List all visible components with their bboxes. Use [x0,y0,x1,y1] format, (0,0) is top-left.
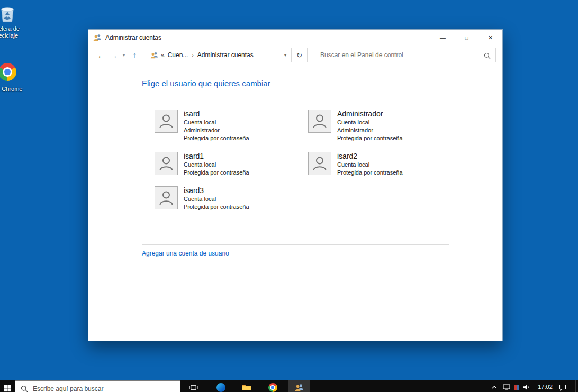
user-accounts-icon [93,33,102,42]
user-detail: Protegida por contraseña [337,134,403,142]
desktop-icon-recycle-bin[interactable]: pelera de reciclaje [0,3,28,39]
user-name: isard3 [184,186,249,195]
breadcrumb-overflow-chevron[interactable]: « [161,51,165,59]
user-tile-isard[interactable]: isard Cuenta local Administrador Protegi… [155,110,308,142]
edge-icon[interactable] [210,380,231,392]
action-center-icon[interactable] [559,380,566,392]
control-panel-search-input[interactable] [320,51,481,59]
navigation-bar: ← → ▾ ↑ « Cuen... › Administrar cuentas … [88,45,502,65]
user-tile-isard1[interactable]: isard1 Cuenta local Protegida por contra… [155,152,308,177]
control-panel-search[interactable] [315,48,496,62]
breadcrumb[interactable]: « Cuen... › Administrar cuentas ▾ [146,48,292,62]
minimize-button[interactable]: — [431,30,455,45]
tray-network-icon[interactable] [503,380,510,392]
history-dropdown-icon[interactable]: ▾ [120,53,128,58]
user-name: isard [184,110,249,118]
breadcrumb-separator-icon: › [188,52,197,58]
user-detail: Cuenta local [184,161,249,169]
user-avatar-icon [308,110,331,133]
windows-logo-icon [4,385,11,392]
user-detail: Cuenta local [337,161,403,169]
user-detail: Cuenta local [337,118,403,126]
breadcrumb-dropdown-icon[interactable]: ▾ [283,53,288,58]
recycle-bin-label-line1: pelera de [0,25,28,32]
back-button[interactable]: ← [95,51,107,60]
user-detail: Administrador [184,126,249,134]
user-detail: Protegida por contraseña [184,134,249,142]
manage-accounts-taskbar-button[interactable] [288,380,310,392]
user-tile-administrador[interactable]: Administrador Cuenta local Administrador… [308,110,444,142]
show-desktop-button[interactable] [575,380,578,392]
tray-app-icon[interactable] [513,380,520,392]
taskbar: 17:02 [0,380,578,392]
taskbar-search-input[interactable] [33,385,175,392]
up-button[interactable]: ↑ [128,51,141,59]
forward-button[interactable]: → [107,51,120,60]
desktop-icon-google-chrome[interactable]: gle Chrome [0,61,28,93]
user-avatar-icon [155,152,178,175]
user-detail: Protegida por contraseña [337,169,403,177]
user-name: isard1 [184,152,249,161]
task-view-button[interactable] [183,380,204,392]
breadcrumb-item-manage-accounts[interactable]: Administrar cuentas [197,51,254,59]
recycle-bin-icon [0,3,18,24]
breadcrumb-item-user-accounts[interactable]: Cuen... [168,51,188,59]
user-name: Administrador [337,110,403,118]
user-list: isard Cuenta local Administrador Protegi… [142,96,449,245]
window-titlebar[interactable]: Administrar cuentas — □ ✕ [88,30,502,45]
chrome-icon [0,63,18,84]
file-explorer-icon[interactable] [236,380,257,392]
search-icon [21,385,28,392]
chrome-label: gle Chrome [0,86,28,93]
add-user-account-link[interactable]: Agregar una cuenta de usuario [142,250,229,257]
recycle-bin-label-line2: reciclaje [0,32,28,39]
user-avatar-icon [308,152,331,175]
user-detail: Cuenta local [184,195,249,203]
manage-accounts-window: Administrar cuentas — □ ✕ ← → ▾ ↑ « Cuen… [88,29,503,341]
user-detail: Administrador [337,126,403,134]
window-content: Elige el usuario que quieres cambiar isa… [88,65,502,341]
chrome-taskbar-icon[interactable] [262,380,283,392]
refresh-button[interactable]: ↻ [292,48,308,62]
user-detail: Protegida por contraseña [184,169,249,177]
taskbar-search[interactable] [15,380,180,392]
user-detail: Cuenta local [184,118,249,126]
taskbar-clock[interactable]: 17:02 [534,384,557,390]
hidden-icons-chevron[interactable] [491,380,498,392]
user-detail: Protegida por contraseña [184,203,249,211]
user-name: isard2 [337,152,403,161]
user-tile-isard2[interactable]: isard2 Cuenta local Protegida por contra… [308,152,444,177]
close-button[interactable]: ✕ [478,30,502,45]
page-title: Elige el usuario que quieres cambiar [142,79,270,88]
user-avatar-icon [155,110,178,133]
tray-volume-icon[interactable] [523,380,530,392]
user-avatar-icon [155,186,178,209]
start-button[interactable] [0,380,15,392]
breadcrumb-user-accounts-icon [150,51,158,59]
window-title: Administrar cuentas [105,34,161,41]
user-tile-isard3[interactable]: isard3 Cuenta local Protegida por contra… [155,186,308,211]
search-icon [484,52,491,59]
maximize-button[interactable]: □ [455,30,478,45]
